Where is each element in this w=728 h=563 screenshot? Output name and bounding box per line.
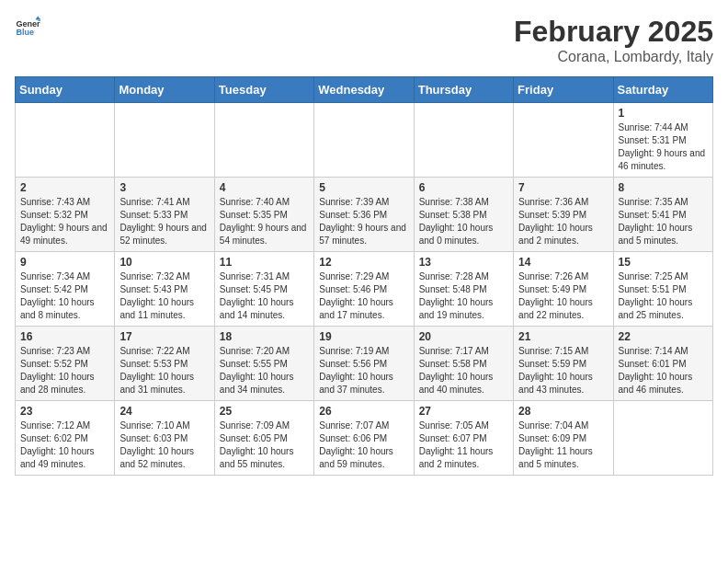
day-info: Sunrise: 7:14 AM Sunset: 6:01 PM Dayligh… <box>619 345 708 396</box>
day-number: 28 <box>518 405 608 418</box>
day-number: 19 <box>319 330 408 343</box>
calendar-cell: 6Sunrise: 7:38 AM Sunset: 5:38 PM Daylig… <box>414 178 513 252</box>
day-info: Sunrise: 7:07 AM Sunset: 6:06 PM Dayligh… <box>319 419 408 471</box>
calendar-title: February 2025 <box>514 15 713 49</box>
calendar-cell <box>414 103 513 178</box>
day-number: 16 <box>20 330 109 343</box>
header: General Blue February 2025 Corana, Lomba… <box>15 15 713 65</box>
day-info: Sunrise: 7:17 AM Sunset: 5:58 PM Dayligh… <box>419 345 508 396</box>
calendar-cell: 11Sunrise: 7:31 AM Sunset: 5:45 PM Dayli… <box>214 252 313 327</box>
calendar-subtitle: Corana, Lombardy, Italy <box>514 49 713 65</box>
calendar-cell: 4Sunrise: 7:40 AM Sunset: 5:35 PM Daylig… <box>214 178 313 252</box>
logo-icon: General Blue <box>15 15 40 40</box>
day-number: 10 <box>119 256 209 269</box>
day-info: Sunrise: 7:15 AM Sunset: 5:59 PM Dayligh… <box>518 345 608 396</box>
calendar-cell: 14Sunrise: 7:26 AM Sunset: 5:49 PM Dayli… <box>514 252 613 327</box>
calendar-cell: 13Sunrise: 7:28 AM Sunset: 5:48 PM Dayli… <box>414 252 513 327</box>
calendar-cell: 2Sunrise: 7:43 AM Sunset: 5:32 PM Daylig… <box>16 178 115 252</box>
day-info: Sunrise: 7:38 AM Sunset: 5:38 PM Dayligh… <box>419 196 508 247</box>
calendar-cell: 15Sunrise: 7:25 AM Sunset: 5:51 PM Dayli… <box>613 252 712 327</box>
calendar-cell: 21Sunrise: 7:15 AM Sunset: 5:59 PM Dayli… <box>514 327 613 401</box>
week-row-1: 2Sunrise: 7:43 AM Sunset: 5:32 PM Daylig… <box>16 178 713 252</box>
day-info: Sunrise: 7:41 AM Sunset: 5:33 PM Dayligh… <box>119 196 209 247</box>
calendar-cell: 24Sunrise: 7:10 AM Sunset: 6:03 PM Dayli… <box>115 401 214 476</box>
day-info: Sunrise: 7:32 AM Sunset: 5:43 PM Dayligh… <box>119 270 209 322</box>
calendar-cell: 27Sunrise: 7:05 AM Sunset: 6:07 PM Dayli… <box>414 401 513 476</box>
weekday-header-thursday: Thursday <box>414 77 513 103</box>
calendar-cell: 22Sunrise: 7:14 AM Sunset: 6:01 PM Dayli… <box>613 327 712 401</box>
day-info: Sunrise: 7:40 AM Sunset: 5:35 PM Dayligh… <box>220 196 309 247</box>
weekday-header-monday: Monday <box>115 77 214 103</box>
weekday-header-friday: Friday <box>514 77 613 103</box>
calendar-cell: 12Sunrise: 7:29 AM Sunset: 5:46 PM Dayli… <box>314 252 414 327</box>
weekday-header-row: SundayMondayTuesdayWednesdayThursdayFrid… <box>16 77 713 103</box>
calendar-cell: 20Sunrise: 7:17 AM Sunset: 5:58 PM Dayli… <box>414 327 513 401</box>
calendar-cell <box>16 103 115 178</box>
day-number: 21 <box>518 330 608 343</box>
day-info: Sunrise: 7:26 AM Sunset: 5:49 PM Dayligh… <box>518 270 608 322</box>
day-number: 26 <box>319 405 408 418</box>
day-number: 17 <box>119 330 209 343</box>
day-number: 3 <box>119 181 209 194</box>
day-number: 7 <box>518 181 608 194</box>
day-number: 24 <box>119 405 209 418</box>
day-info: Sunrise: 7:12 AM Sunset: 6:02 PM Dayligh… <box>20 419 109 471</box>
day-info: Sunrise: 7:43 AM Sunset: 5:32 PM Dayligh… <box>20 196 109 247</box>
day-number: 22 <box>619 330 708 343</box>
day-number: 25 <box>220 405 309 418</box>
weekday-header-tuesday: Tuesday <box>214 77 313 103</box>
day-number: 27 <box>419 405 508 418</box>
day-info: Sunrise: 7:34 AM Sunset: 5:42 PM Dayligh… <box>20 270 109 322</box>
day-number: 8 <box>619 181 708 194</box>
day-number: 14 <box>518 256 608 269</box>
day-info: Sunrise: 7:19 AM Sunset: 5:56 PM Dayligh… <box>319 345 408 396</box>
day-info: Sunrise: 7:10 AM Sunset: 6:03 PM Dayligh… <box>119 419 209 471</box>
day-info: Sunrise: 7:35 AM Sunset: 5:41 PM Dayligh… <box>619 196 708 247</box>
svg-text:General: General <box>16 19 40 29</box>
svg-text:Blue: Blue <box>16 28 34 37</box>
day-number: 11 <box>220 256 309 269</box>
calendar-cell: 3Sunrise: 7:41 AM Sunset: 5:33 PM Daylig… <box>115 178 214 252</box>
calendar-cell: 1Sunrise: 7:44 AM Sunset: 5:31 PM Daylig… <box>613 103 712 178</box>
calendar-cell: 5Sunrise: 7:39 AM Sunset: 5:36 PM Daylig… <box>314 178 414 252</box>
day-info: Sunrise: 7:22 AM Sunset: 5:53 PM Dayligh… <box>119 345 209 396</box>
calendar-cell: 28Sunrise: 7:04 AM Sunset: 6:09 PM Dayli… <box>514 401 613 476</box>
calendar-cell: 26Sunrise: 7:07 AM Sunset: 6:06 PM Dayli… <box>314 401 414 476</box>
calendar-cell: 19Sunrise: 7:19 AM Sunset: 5:56 PM Dayli… <box>314 327 414 401</box>
calendar-table: SundayMondayTuesdayWednesdayThursdayFrid… <box>15 76 713 476</box>
day-number: 2 <box>20 181 109 194</box>
day-number: 15 <box>619 256 708 269</box>
calendar-cell: 23Sunrise: 7:12 AM Sunset: 6:02 PM Dayli… <box>16 401 115 476</box>
calendar-cell: 9Sunrise: 7:34 AM Sunset: 5:42 PM Daylig… <box>16 252 115 327</box>
day-number: 4 <box>220 181 309 194</box>
week-row-3: 16Sunrise: 7:23 AM Sunset: 5:52 PM Dayli… <box>16 327 713 401</box>
day-info: Sunrise: 7:04 AM Sunset: 6:09 PM Dayligh… <box>518 419 608 471</box>
day-info: Sunrise: 7:05 AM Sunset: 6:07 PM Dayligh… <box>419 419 508 471</box>
calendar-cell: 16Sunrise: 7:23 AM Sunset: 5:52 PM Dayli… <box>16 327 115 401</box>
weekday-header-wednesday: Wednesday <box>314 77 414 103</box>
day-info: Sunrise: 7:20 AM Sunset: 5:55 PM Dayligh… <box>220 345 309 396</box>
calendar-cell <box>613 401 712 476</box>
title-area: February 2025 Corana, Lombardy, Italy <box>514 15 713 65</box>
day-info: Sunrise: 7:44 AM Sunset: 5:31 PM Dayligh… <box>619 121 708 173</box>
calendar-cell: 10Sunrise: 7:32 AM Sunset: 5:43 PM Dayli… <box>115 252 214 327</box>
day-number: 12 <box>319 256 408 269</box>
day-info: Sunrise: 7:36 AM Sunset: 5:39 PM Dayligh… <box>518 196 608 247</box>
calendar-cell <box>514 103 613 178</box>
day-info: Sunrise: 7:29 AM Sunset: 5:46 PM Dayligh… <box>319 270 408 322</box>
day-number: 9 <box>20 256 109 269</box>
day-number: 5 <box>319 181 408 194</box>
day-info: Sunrise: 7:31 AM Sunset: 5:45 PM Dayligh… <box>220 270 309 322</box>
calendar-cell <box>214 103 313 178</box>
calendar-cell: 17Sunrise: 7:22 AM Sunset: 5:53 PM Dayli… <box>115 327 214 401</box>
day-info: Sunrise: 7:28 AM Sunset: 5:48 PM Dayligh… <box>419 270 508 322</box>
weekday-header-sunday: Sunday <box>16 77 115 103</box>
calendar-cell <box>314 103 414 178</box>
day-number: 18 <box>220 330 309 343</box>
calendar-cell <box>115 103 214 178</box>
logo: General Blue <box>15 15 40 40</box>
day-number: 13 <box>419 256 508 269</box>
calendar-cell: 25Sunrise: 7:09 AM Sunset: 6:05 PM Dayli… <box>214 401 313 476</box>
weekday-header-saturday: Saturday <box>613 77 712 103</box>
calendar-cell: 7Sunrise: 7:36 AM Sunset: 5:39 PM Daylig… <box>514 178 613 252</box>
